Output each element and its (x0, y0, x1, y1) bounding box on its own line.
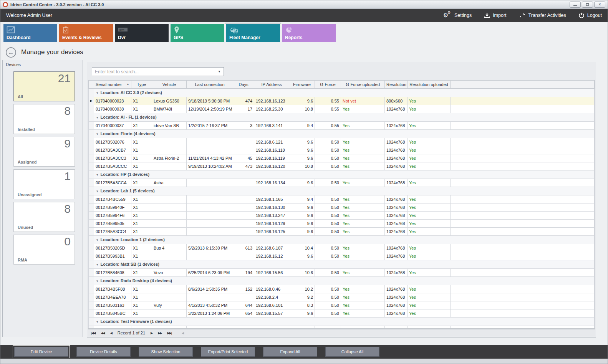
collapse-group-icon[interactable]: ▾ (96, 263, 98, 266)
cell-type: X1 (131, 244, 152, 252)
table-row[interactable]: 00127B503163X1Vufy4/1/2013 4:50:32 PM644… (89, 301, 595, 309)
col-header-ip[interactable]: IP Address (254, 81, 289, 89)
device-details-button[interactable]: Device Details (76, 347, 131, 357)
close-button[interactable]: × (594, 2, 605, 8)
table-row[interactable]: 00127B5A3CCCX19/19/2013 10:24:02 AM47319… (89, 162, 595, 170)
device-filter-card-unassigned[interactable]: 1 Unassigned (13, 169, 75, 199)
cell-g_force: 0.50 (315, 269, 341, 277)
table-row[interactable]: 00127B5993B1X1192.168.16.129.60.50Yes102… (89, 252, 595, 260)
show-selection-button[interactable]: Show Selection (139, 347, 193, 357)
table-row[interactable]: 017040000038X1BMW740i12/19/2014 2:50:19 … (89, 105, 595, 113)
col-header-serial[interactable]: Serial number▲ (94, 81, 131, 89)
cell-g_force: 0.50 (315, 212, 341, 220)
edit-device-button[interactable]: Edit Device (14, 347, 68, 357)
group-row[interactable]: ▾Location: Al - FL (1 devices) (89, 113, 595, 122)
collapse-group-icon[interactable]: ▾ (96, 238, 98, 242)
tab-reports[interactable]: Reports (282, 24, 336, 42)
transfer-activities-button[interactable]: Transfer Activities (519, 12, 566, 19)
group-row[interactable]: ▾Location: Location 1 (2 devices) (89, 236, 595, 244)
collapse-group-icon[interactable]: ▾ (96, 189, 98, 193)
table-row[interactable]: 00127B59940FX1192.168.16.1309.60.50Yes10… (89, 204, 595, 212)
prev-record-button[interactable]: ◀ (110, 331, 112, 335)
tab-events-reviews[interactable]: Events & Reviews (59, 24, 113, 42)
next-page-button[interactable]: ▶▶ (158, 331, 162, 335)
table-row[interactable]: 00127B5A3CC4X1192.168.16.1259.60.50Yes10… (89, 228, 595, 236)
table-row[interactable]: ▶017040000023X1Lexus GS3509/18/2013 5:30… (89, 97, 595, 105)
col-header-days[interactable]: Days (233, 81, 254, 89)
hscroll-left-arrow[interactable]: ◀ (182, 331, 184, 335)
table-row[interactable]: 00127B4BC559X1192.168.1.1659.40.50Yes102… (89, 195, 595, 204)
table-row[interactable]: 00127B4B5F88X18/6/2014 1:50:35 PM152192.… (89, 285, 595, 293)
back-button[interactable]: ← (6, 47, 16, 58)
table-row[interactable]: 00127B599505X1192.168.16.1299.60.50Yes10… (89, 220, 595, 228)
maximize-button[interactable] (582, 2, 593, 8)
table-row[interactable]: 00127B4EEA78X1192.168.2.49.20.50Yes1024x… (89, 293, 595, 301)
export-print-selected-button[interactable]: Export/Print Selected (201, 347, 255, 357)
search-input[interactable] (95, 69, 218, 74)
group-row[interactable]: ▾Location: Al CC 3.0 (2 devices) (89, 89, 595, 97)
table-row[interactable]: 00127B5994F6X1192.168.13.2479.60.50Yes10… (89, 212, 595, 220)
col-header-resolution_uploaded[interactable]: Resolution uploaded (408, 81, 451, 89)
device-filter-card-assigned[interactable]: 9 Assigned (13, 137, 75, 167)
chevron-down-icon[interactable]: ▼ (218, 70, 221, 73)
table-row[interactable]: 00127B584608X1Vovo6/25/2014 6:23:09 PM19… (89, 269, 595, 277)
tab-gps[interactable]: GPS (171, 24, 224, 42)
col-header-last_connection[interactable]: Last connection (187, 81, 233, 89)
expand-all-button[interactable]: Expand All (263, 347, 317, 357)
group-row[interactable]: ▾Location: Test Firmware (1 devices) (89, 318, 595, 326)
table-row[interactable]: 017040000037X1idrive Van SB1/2/2015 7:16… (89, 122, 595, 130)
group-header-label: ▾Location: Lab 1 (5 devices) (94, 187, 595, 195)
col-header-resolution[interactable]: Resolution (385, 81, 408, 89)
last-record-button[interactable]: ▶▶| (167, 331, 171, 335)
group-row[interactable]: ▾Location: Radu Desktop (4 devices) (89, 277, 595, 285)
prev-page-button[interactable]: ◀◀ (101, 331, 104, 335)
group-row[interactable]: ▾Location: Florin (4 devices) (89, 130, 595, 138)
table-row[interactable]: 00127B50205DX1Bus 45/2/2013 6:15:30 PM61… (89, 244, 595, 252)
col-header-firmware[interactable]: Firmware (289, 81, 315, 89)
cell-g_force: 0.50 (315, 309, 341, 318)
tab-dvr[interactable]: DVR Dvr (115, 24, 169, 42)
tab-fleet-manager[interactable]: Fleet Manager (226, 24, 280, 42)
device-filter-card-all[interactable]: 21 All (13, 71, 75, 101)
cell-resolution_uploaded: Yes (408, 195, 451, 204)
row-indicator-cell (89, 318, 94, 326)
table-row[interactable]: 00127B5A3CB7X1192.168.16.1189.60.50Yes10… (89, 146, 595, 154)
collapse-group-icon[interactable]: ▾ (96, 91, 98, 95)
cell-serial: 00127B50205D (94, 244, 131, 252)
col-header-g_force_uploaded[interactable]: G-Force uploaded (341, 81, 385, 89)
group-row[interactable]: ▾Location: HP (1 devices) (89, 170, 595, 179)
first-record-button[interactable]: |◀◀ (91, 331, 95, 335)
group-row[interactable]: ▾Location: Lab 1 (5 devices) (89, 187, 595, 195)
table-row[interactable]: 00127B5A3CC3X1Astra Florin-211/21/2014 4… (89, 154, 595, 162)
collapse-group-icon[interactable]: ▾ (96, 116, 98, 119)
device-filter-card-installed[interactable]: 8 Installed (13, 104, 75, 134)
col-header-vehicle[interactable]: Vehicle (152, 81, 187, 89)
collapse-group-icon[interactable]: ▾ (96, 320, 98, 324)
import-button[interactable]: Import (484, 12, 506, 18)
table-row[interactable]: 00127B502076X1192.168.6.1219.60.50Yes102… (89, 138, 595, 146)
selected-row-indicator: ▶ (89, 97, 94, 105)
col-header-g_force[interactable]: G-Force (315, 81, 341, 89)
settings-button[interactable]: ⚙⚙ Settings (443, 12, 472, 19)
dashboard-chart-icon (7, 26, 15, 34)
collapse-all-button[interactable]: Collapse All (325, 347, 379, 357)
next-record-button[interactable]: ▶ (151, 331, 152, 335)
device-filter-card-unused[interactable]: 8 Unused (13, 202, 75, 232)
minimize-button[interactable] (570, 2, 581, 8)
cell-resolution_uploaded: Yes (408, 146, 451, 154)
col-header-type[interactable]: Type (131, 81, 152, 89)
table-row[interactable]: 00127B5845BCX13/22/2013 1:24:06 PM654192… (89, 309, 595, 318)
filler-cell (451, 162, 595, 170)
logout-button[interactable]: Logout (578, 12, 602, 18)
collapse-group-icon[interactable]: ▾ (96, 279, 98, 283)
cell-serial: 00127B599505 (94, 220, 131, 228)
table-row[interactable]: 00127B5845B4X1Pipera Bus5/24/2013 6:31:2… (89, 326, 595, 329)
group-row[interactable]: ▾Location: Matt SB (1 devices) (89, 260, 595, 269)
tab-dashboard[interactable]: Dashboard (3, 24, 57, 42)
collapse-group-icon[interactable]: ▾ (96, 173, 98, 177)
cell-resolution_uploaded: Yes (408, 179, 451, 187)
table-row[interactable]: 00127B5A3CCAX1Astra192.168.16.1349.60.50… (89, 179, 595, 187)
collapse-group-icon[interactable]: ▾ (96, 132, 98, 136)
device-filter-card-rma[interactable]: 0 RMA (13, 235, 75, 265)
cell-vehicle (152, 293, 187, 301)
